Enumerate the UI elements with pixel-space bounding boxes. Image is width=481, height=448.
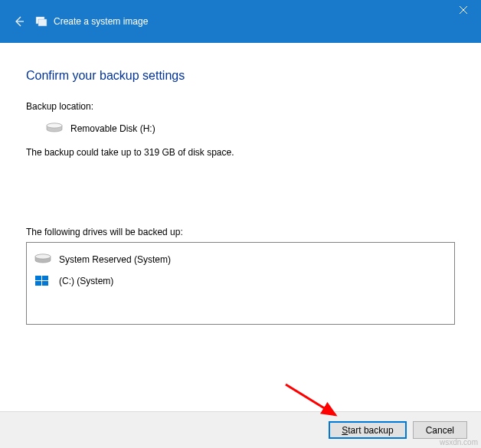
svg-rect-12 (42, 281, 48, 286)
titlebar: Create a system image (0, 0, 481, 43)
list-item: System Reserved (System) (33, 249, 448, 270)
size-estimate: The backup could take up to 319 GB of di… (26, 147, 455, 158)
content-area: Confirm your backup settings Backup loca… (0, 43, 481, 325)
svg-line-13 (286, 384, 335, 415)
removable-disk-icon (46, 123, 63, 135)
app-icon (35, 15, 47, 28)
hdd-icon (34, 253, 51, 266)
drive-name: (C:) (System) (59, 276, 113, 286)
start-backup-button[interactable]: Start backup (329, 421, 406, 439)
svg-rect-9 (35, 276, 41, 280)
svg-rect-10 (42, 276, 48, 280)
drive-name: System Reserved (System) (59, 254, 171, 265)
windows-drive-icon (34, 275, 51, 287)
svg-point-6 (47, 123, 62, 128)
window-title: Create a system image (54, 16, 148, 27)
svg-rect-11 (35, 281, 41, 286)
drives-label: The following drives will be backed up: (26, 227, 455, 237)
watermark: wsxdn.com (440, 438, 478, 446)
backup-location-label: Backup location: (26, 101, 455, 112)
backup-location-row: Removable Disk (H:) (46, 123, 455, 135)
svg-rect-2 (38, 19, 47, 26)
svg-point-8 (35, 254, 51, 259)
page-heading: Confirm your backup settings (26, 69, 455, 83)
footer: Start backup Cancel (0, 411, 481, 448)
cancel-button[interactable]: Cancel (413, 421, 467, 439)
drives-listbox: System Reserved (System) (C:) (System) (26, 242, 455, 325)
back-icon[interactable] (12, 15, 26, 28)
close-button[interactable] (446, 0, 481, 20)
list-item: (C:) (System) (33, 270, 448, 292)
backup-location-value: Removable Disk (H:) (70, 123, 155, 134)
